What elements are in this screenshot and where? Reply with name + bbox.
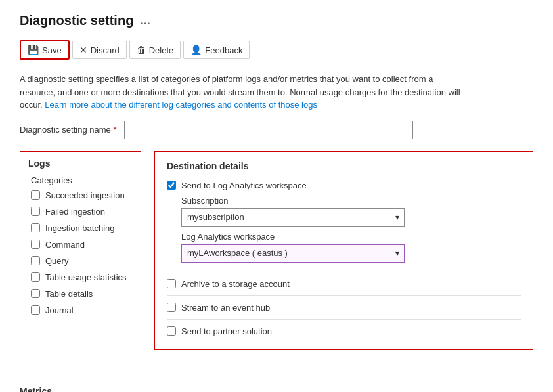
logs-panel: Logs Categories Succeeded ingestion Fail… (20, 151, 141, 374)
divider-2 (167, 295, 521, 296)
subscription-field-group: Subscription mysubscription ▾ (181, 196, 521, 227)
metrics-section: Metrics AllMetrics (20, 386, 533, 393)
send-to-log-analytics-row: Send to Log Analytics workspace (167, 181, 521, 190)
failed-ingestion-label[interactable]: Failed ingestion (45, 207, 105, 217)
save-icon: 💾 (28, 45, 39, 55)
categories-label: Categories (28, 175, 133, 185)
archive-storage-checkbox[interactable] (167, 279, 176, 288)
destination-panel: Destination details Send to Log Analytic… (154, 151, 533, 350)
save-button[interactable]: 💾 Save (20, 40, 70, 60)
name-label: Diagnostic setting name * (20, 125, 116, 135)
table-details-label[interactable]: Table details (45, 289, 93, 299)
send-partner-row: Send to partner solution (167, 326, 521, 336)
journal-label[interactable]: Journal (45, 305, 74, 315)
feedback-icon: 👤 (190, 45, 202, 55)
stream-event-hub-checkbox[interactable] (167, 303, 176, 312)
list-item: Table details (28, 289, 133, 299)
list-item: Command (28, 240, 133, 250)
divider-1 (167, 272, 521, 272)
subscription-select-wrapper: mysubscription ▾ (181, 208, 405, 227)
feedback-button[interactable]: 👤 Feedback (183, 41, 250, 59)
archive-storage-label[interactable]: Archive to a storage account (181, 279, 290, 289)
list-item: Table usage statistics (28, 272, 133, 282)
required-indicator: * (113, 125, 116, 135)
table-usage-statistics-label[interactable]: Table usage statistics (45, 272, 127, 282)
command-label[interactable]: Command (45, 240, 85, 250)
discard-icon: ✕ (79, 45, 87, 55)
toolbar: 💾 Save ✕ Discard 🗑 Delete 👤 Feedback (20, 37, 533, 62)
more-options-icon[interactable]: ... (140, 15, 150, 27)
main-layout: Logs Categories Succeeded ingestion Fail… (20, 151, 533, 374)
stream-event-hub-row: Stream to an event hub (167, 303, 521, 313)
ingestion-batching-label[interactable]: Ingestion batching (45, 223, 115, 233)
destination-title: Destination details (167, 161, 521, 171)
send-partner-checkbox[interactable] (167, 326, 176, 336)
succeeded-ingestion-label[interactable]: Succeeded ingestion (45, 190, 125, 200)
list-item: Succeeded ingestion (28, 190, 133, 200)
log-analytics-section: Send to Log Analytics workspace Subscrip… (167, 181, 521, 263)
ingestion-batching-checkbox[interactable] (31, 223, 40, 232)
list-item: Ingestion batching (28, 223, 133, 233)
description-text: A diagnostic setting specifies a list of… (20, 73, 466, 112)
list-item: Query (28, 256, 133, 266)
query-checkbox[interactable] (31, 256, 40, 265)
name-row: Diagnostic setting name * (20, 121, 533, 139)
list-item: Failed ingestion (28, 207, 133, 217)
discard-button[interactable]: ✕ Discard (72, 41, 127, 59)
log-analytics-workspace-select-wrapper: myLAworkspace ( eastus ) ▾ (181, 244, 405, 263)
query-label[interactable]: Query (45, 256, 68, 266)
send-log-analytics-label[interactable]: Send to Log Analytics workspace (181, 181, 307, 190)
divider-3 (167, 319, 521, 320)
metrics-title: Metrics (20, 386, 533, 393)
table-details-checkbox[interactable] (31, 289, 40, 298)
subscription-select[interactable]: mysubscription (181, 208, 405, 227)
delete-icon: 🗑 (137, 45, 146, 55)
succeeded-ingestion-checkbox[interactable] (31, 190, 40, 200)
failed-ingestion-checkbox[interactable] (31, 207, 40, 216)
diagnostic-setting-name-input[interactable] (124, 121, 413, 139)
stream-event-hub-label[interactable]: Stream to an event hub (181, 303, 270, 313)
command-checkbox[interactable] (31, 240, 40, 249)
journal-checkbox[interactable] (31, 305, 40, 315)
log-analytics-workspace-select[interactable]: myLAworkspace ( eastus ) (181, 244, 405, 263)
table-usage-statistics-checkbox[interactable] (31, 272, 40, 282)
archive-storage-row: Archive to a storage account (167, 279, 521, 289)
log-analytics-workspace-field-group: Log Analytics workspace myLAworkspace ( … (181, 232, 521, 263)
delete-button[interactable]: 🗑 Delete (129, 41, 181, 59)
subscription-label: Subscription (181, 196, 521, 206)
send-log-analytics-checkbox[interactable] (167, 181, 176, 190)
log-analytics-workspace-label: Log Analytics workspace (181, 232, 521, 242)
logs-title: Logs (28, 158, 133, 169)
learn-more-link[interactable]: Learn more about the different log categ… (45, 100, 317, 110)
send-partner-label[interactable]: Send to partner solution (181, 326, 272, 336)
list-item: Journal (28, 305, 133, 315)
page-title: Diagnostic setting ... (20, 13, 533, 28)
